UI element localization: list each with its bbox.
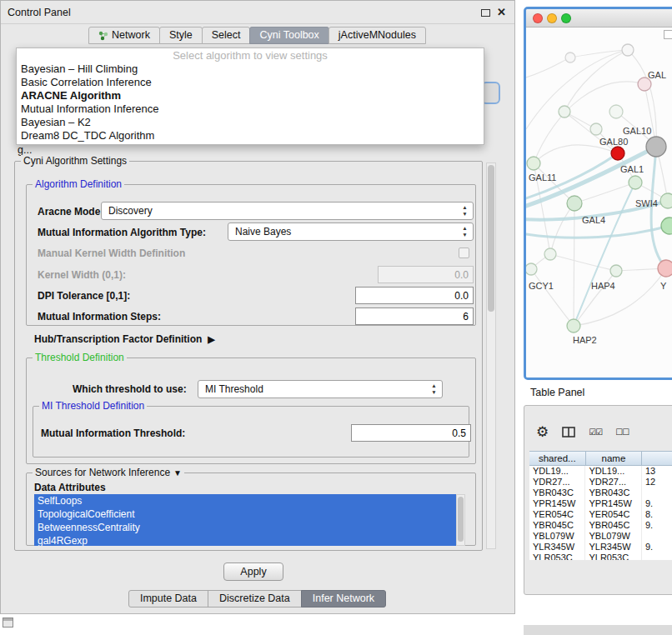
algorithm-options: Bayesian – Hill ClimbingBasic Correlatio… [17, 62, 484, 142]
column-header[interactable]: shared... [529, 451, 586, 466]
table-row[interactable]: YDL19...YDL19...13 [529, 466, 672, 477]
network-edge [531, 269, 574, 326]
which-threshold-combobox[interactable]: MI Threshold ▲▼ [198, 380, 443, 398]
network-edge-highlight [526, 226, 669, 238]
network-node[interactable] [622, 44, 634, 56]
network-node[interactable] [660, 193, 672, 208]
network-node[interactable] [609, 105, 623, 118]
data-attribute-item-betweennesscentrality[interactable]: BetweennessCentrality [34, 521, 456, 534]
settings-scrollbar[interactable] [486, 162, 496, 549]
bottom-tab-discretize-data[interactable]: Discretize Data [208, 590, 302, 608]
network-node[interactable] [646, 137, 666, 157]
list-scrollbar[interactable] [456, 494, 465, 546]
popup-placeholder: Select algorithm to view settings [17, 49, 484, 62]
columns-icon[interactable] [562, 427, 575, 438]
network-node-label: GAL11 [529, 172, 556, 182]
table-panel-title: Table Panel [530, 387, 584, 398]
network-view-window: GALGAL80GAL10GAL11GAL1SWI4GAL4GCY1HAP4YH… [524, 7, 672, 380]
tab-network[interactable]: Network [88, 27, 160, 44]
select-all-icon[interactable]: ☑☑ [589, 428, 602, 437]
network-node[interactable] [611, 147, 624, 160]
kernel-width-label: Kernel Width (0,1): [38, 269, 126, 281]
network-graph: GALGAL80GAL10GAL11GAL1SWI4GAL4GCY1HAP4YH… [526, 28, 672, 380]
collapsed-arrow-icon: ▶ [208, 334, 214, 344]
network-node[interactable] [567, 196, 582, 211]
manual-kernel-width-checkbox[interactable] [459, 248, 469, 258]
network-node[interactable] [590, 123, 602, 135]
table-body: YDL19...YDL19...13YDR27...YDR27...12YBR0… [529, 466, 672, 560]
canvas-corner-widget[interactable] [664, 30, 672, 39]
sources-group-title[interactable]: Sources for Network Inference▼ [33, 467, 184, 478]
settings-scrollbar-thumb[interactable] [488, 165, 494, 312]
algorithm-option-aracne-algorithm[interactable]: ARACNE Algorithm [17, 89, 484, 102]
bottom-tab-impute-data[interactable]: Impute Data [128, 590, 208, 608]
mi-algorithm-type-label: Mutual Information Algorithm Type: [38, 227, 206, 238]
mi-threshold-definition-title: MI Threshold Definition [39, 400, 147, 412]
network-node[interactable] [610, 265, 622, 277]
table-row[interactable]: YLR053CYLR053C [529, 552, 672, 560]
deselect-all-icon[interactable]: ☐☐ [615, 428, 629, 437]
float-window-icon[interactable] [481, 9, 490, 17]
aracne-mode-combobox[interactable]: Discovery ▲▼ [101, 202, 474, 220]
table-row[interactable]: YLR345WYLR345W9. [529, 542, 672, 552]
tab-jactivemnodules[interactable]: jActiveMNodules [328, 27, 426, 44]
table-row[interactable]: YBR045CYBR045C9. [529, 520, 672, 531]
table-row[interactable]: YPR145WYPR145W9. [529, 498, 672, 509]
algorithm-option-bayesian-k2[interactable]: Bayesian – K2 [17, 116, 484, 129]
network-node[interactable] [658, 260, 672, 277]
window-title: Control Panel [8, 7, 71, 18]
network-edge-highlight [574, 182, 635, 326]
mi-threshold-input[interactable] [351, 424, 471, 442]
data-attribute-item-selfloops[interactable]: SelfLoops [34, 494, 456, 508]
gear-icon[interactable]: ⚙ [536, 423, 549, 441]
apply-button[interactable]: Apply [223, 562, 283, 581]
network-node[interactable] [629, 176, 642, 189]
bottom-tab-infer-network[interactable]: Infer Network [301, 590, 386, 608]
network-node[interactable] [544, 248, 556, 260]
network-node-label: GAL [648, 70, 666, 80]
network-node-label: HAP2 [573, 335, 597, 345]
dpi-tolerance-input[interactable] [355, 287, 474, 304]
mac-minimize-button[interactable] [547, 13, 557, 23]
table-row[interactable]: YDR27...YDR27...12 [529, 477, 672, 488]
column-header[interactable]: name [585, 451, 643, 466]
table-row[interactable]: YBL079WYBL079W [529, 531, 672, 542]
network-canvas[interactable]: GALGAL80GAL10GAL11GAL1SWI4GAL4GCY1HAP4YH… [526, 28, 672, 378]
table-header: shared...name [529, 451, 672, 466]
network-node-label: Y [660, 281, 667, 291]
list-scrollbar-thumb[interactable] [458, 497, 464, 542]
mi-steps-label: Mutual Information Steps: [38, 311, 161, 322]
network-window-titlebar[interactable] [526, 9, 672, 28]
network-node[interactable] [559, 106, 570, 118]
data-attribute-item-topologicalcoefficient[interactable]: TopologicalCoefficient [34, 508, 456, 521]
hub-transcription-factor-section[interactable]: Hub/Transcription Factor Definition▶ [34, 333, 215, 345]
expanded-arrow-icon: ▼ [173, 468, 182, 478]
which-threshold-label: Which threshold to use: [73, 383, 187, 395]
tab-cyni-toolbox[interactable]: Cyni Toolbox [249, 27, 328, 44]
table-row[interactable]: YBR043CYBR043C [529, 488, 672, 498]
tab-style[interactable]: Style [159, 27, 203, 44]
network-node[interactable] [661, 218, 672, 234]
network-node-label: HAP4 [591, 281, 615, 291]
algorithm-option-bayesian-hill-climbing[interactable]: Bayesian – Hill Climbing [17, 62, 484, 76]
control-panel-window: Control Panel ✕ NetworkStyleSelectCyni T… [0, 0, 515, 614]
algorithm-option-basic-correlation-inference[interactable]: Basic Correlation Inference [17, 76, 484, 89]
column-header[interactable] [641, 451, 672, 466]
close-icon[interactable]: ✕ [497, 6, 506, 18]
network-node-label: GAL1 [620, 164, 644, 174]
mac-close-button[interactable] [533, 13, 543, 23]
mi-algorithm-type-combobox[interactable]: Naive Bayes ▲▼ [228, 222, 474, 241]
algorithm-option-dream8-dc-tdc-algorithm[interactable]: Dream8 DC_TDC Algorithm [17, 129, 484, 142]
mac-zoom-button[interactable] [561, 13, 571, 23]
network-node[interactable] [567, 319, 580, 332]
kernel-width-input[interactable] [378, 266, 474, 283]
tab-select[interactable]: Select [202, 27, 251, 44]
network-node[interactable] [565, 52, 575, 62]
mi-steps-input[interactable] [355, 308, 474, 325]
panel-corner-icon[interactable] [3, 618, 13, 628]
network-node[interactable] [526, 263, 537, 275]
network-node[interactable] [527, 157, 540, 170]
algorithm-option-mutual-information-inference[interactable]: Mutual Information Inference [17, 102, 484, 116]
data-attribute-item-gal4rgexp[interactable]: gal4RGexp [34, 534, 456, 546]
table-row[interactable]: YER054CYER054C8. [529, 509, 672, 520]
